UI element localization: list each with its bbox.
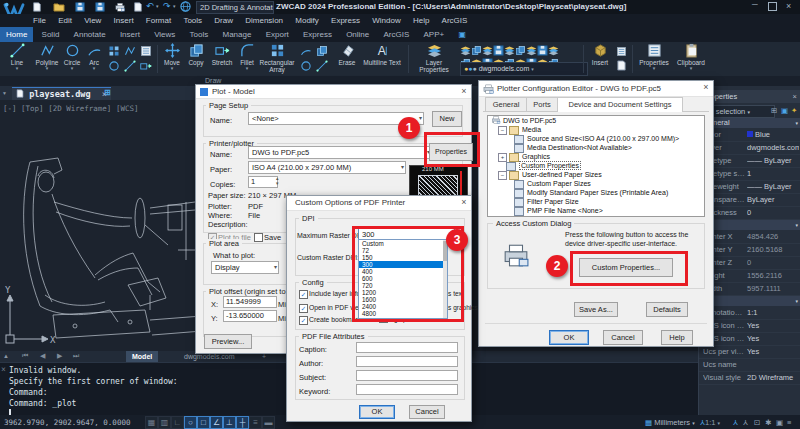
cycle-toggle-icon[interactable]: ▬ [262, 416, 275, 429]
offset-tool-icon[interactable] [300, 60, 312, 72]
restore-button[interactable] [768, 2, 777, 11]
tree-item-modify-standard[interactable]: Modify Standard Paper Sizes (Printable A… [488, 188, 704, 197]
prop-row-lineweight[interactable]: Lineweight—— ByLayer [699, 181, 800, 194]
tree-item-filter-paper-size[interactable]: Filter Paper Size [488, 197, 704, 206]
prop-row-ucs-icon-on[interactable]: UCS icon OnYes [699, 320, 800, 333]
tabbar-expand-icon[interactable]: ▲ [3, 353, 9, 359]
menu-view[interactable]: View [79, 14, 106, 27]
hatch-tool-icon[interactable] [140, 45, 152, 57]
mirror-tool-icon[interactable] [316, 45, 328, 57]
create-bookmarks-checkbox[interactable]: ✓ [299, 316, 308, 325]
tab-app-plus[interactable]: APP+ [418, 27, 451, 42]
arc-button[interactable]: Arc▾ [84, 43, 104, 70]
rectangular-array-button[interactable]: Rectangular Array [258, 43, 296, 73]
new-pagesetup-button[interactable]: New [432, 111, 462, 127]
quick-select-icon[interactable]: ⊞ [771, 106, 777, 115]
menu-tools[interactable]: Tools [178, 14, 207, 27]
menu-modify[interactable]: Modify [290, 14, 324, 27]
select-objects-icon[interactable]: ▣ [781, 106, 788, 115]
properties-close-icon[interactable]: × [793, 90, 797, 103]
region-tool-icon[interactable] [140, 60, 152, 72]
otrack-toggle-icon[interactable]: ∠ [210, 416, 223, 429]
insert-block-button[interactable]: Insert [586, 43, 614, 66]
prop-row-ucs-name[interactable]: Ucs name [699, 359, 800, 372]
block-edit-icon[interactable] [616, 46, 627, 57]
offset-y-input[interactable]: -13.650000 [223, 310, 277, 322]
menu-file[interactable]: File [28, 14, 51, 27]
tree-item-root[interactable]: DWG to PDF.pc5 [488, 116, 704, 125]
tab-online[interactable]: Online [340, 27, 375, 42]
rectangle-tool-icon[interactable] [108, 45, 120, 57]
keyword-input[interactable] [356, 384, 458, 395]
copies-input[interactable]: 1 [248, 176, 278, 188]
tab-device-settings[interactable]: Device and Document Settings [557, 97, 683, 112]
spline-tool-icon[interactable] [124, 45, 136, 57]
tab-insert[interactable]: Insert [114, 27, 146, 42]
tab-export[interactable]: Export [260, 27, 295, 42]
menu-dimension[interactable]: Dimension [240, 14, 288, 27]
caption-input[interactable] [356, 342, 458, 353]
defaults-button[interactable]: Defaults [646, 302, 688, 317]
properties-panel-button[interactable]: Properties▾ [636, 43, 672, 70]
trim-tool-icon[interactable] [316, 60, 328, 72]
dyn-toggle-icon[interactable]: ┼ [236, 416, 249, 429]
tree-item-media-destination[interactable]: Media Destination<Not Available> [488, 143, 704, 152]
preview-button[interactable]: Preview... [204, 334, 252, 349]
tree-item-graphics[interactable]: +Graphics [488, 152, 704, 161]
units-selector[interactable]: ▦ Millimeters ▾ [645, 418, 695, 427]
tab-solid[interactable]: Solid [36, 27, 66, 42]
ortho-toggle-icon[interactable]: ∟ [171, 416, 184, 429]
plot-dialog-close-icon[interactable]: × [457, 85, 471, 98]
ducs-toggle-icon[interactable]: ⊥ [223, 416, 236, 429]
rotate-tool-icon[interactable] [300, 45, 312, 57]
menu-arcgis[interactable]: ArcGIS [437, 14, 473, 27]
polyline-button[interactable]: Polyline▾ [32, 43, 62, 70]
open-file-icon[interactable] [53, 2, 65, 12]
save-icon[interactable] [75, 2, 85, 12]
circle-button[interactable]: Circle▾ [60, 43, 84, 70]
redo-dropdown-icon[interactable]: ▾ [173, 3, 176, 9]
custom-options-cancel-button[interactable]: Cancel [409, 405, 445, 419]
menu-draw[interactable]: Draw [209, 14, 238, 27]
tree-item-custom-properties[interactable]: Custom Properties [488, 161, 704, 170]
author-input[interactable] [356, 356, 458, 367]
annotation-scale-selector[interactable]: Y1:1 ▾ [700, 418, 720, 427]
plotter-cancel-button[interactable]: Cancel [603, 330, 643, 345]
new-file-icon[interactable] [32, 2, 42, 12]
line-button[interactable]: Line▾ [4, 43, 30, 70]
clipboard-button[interactable]: Clipboard▾ [674, 43, 708, 70]
prop-row-linetype-scale[interactable]: Linetype scale1 [699, 168, 800, 181]
new-tab-icon[interactable]: ⊞ [104, 88, 111, 97]
printer-name-combo[interactable]: DWG to PDF.pc5▾ [248, 146, 432, 159]
last-tab-icon[interactable]: ⏭ [73, 352, 79, 360]
plotter-dialog-close-icon[interactable]: × [699, 81, 713, 94]
menu-window[interactable]: Window [367, 14, 405, 27]
grid-toggle-icon[interactable]: ▥ [158, 416, 171, 429]
tab-home[interactable]: Home [0, 27, 33, 42]
undo-dropdown-icon[interactable]: ▾ [156, 3, 159, 9]
prop-row-ucs-icon-origin[interactable]: UCS icon at originYes [699, 333, 800, 346]
toggle-pickadd-icon[interactable]: ✦ [791, 106, 797, 115]
tree-item-source-size[interactable]: Source and Size<ISO A4 (210.00 x 297.00 … [488, 134, 704, 143]
offset-x-input[interactable]: 11.549999 [223, 296, 277, 308]
prop-row-visual-style[interactable]: Visual style2D Wireframe [699, 372, 800, 385]
save-as-icon[interactable] [95, 2, 105, 12]
custom-options-ok-button[interactable]: OK [359, 405, 395, 419]
move-button[interactable]: Move▾ [160, 43, 184, 70]
auto-annotate-icon[interactable]: Y [743, 418, 748, 427]
snap-toggle-icon[interactable]: ▦ [145, 416, 158, 429]
fillet-button[interactable]: Fillet▾ [236, 43, 258, 70]
prop-row-color[interactable]: ColorBlue [699, 129, 800, 142]
stretch-button[interactable]: Stretch [208, 43, 236, 66]
model-tab[interactable]: Model [126, 351, 158, 362]
tab-ports[interactable]: Ports [526, 97, 558, 111]
menu-edit[interactable]: Edit [53, 14, 77, 27]
section-general[interactable]: General▾ [699, 118, 800, 128]
custom-options-close-icon[interactable]: × [457, 196, 471, 209]
status-menu-icon[interactable]: ≡ [787, 418, 791, 427]
online-globe-icon[interactable] [180, 1, 191, 12]
prop-row-ucs-per-viewport[interactable]: Ucs per viewportYes [699, 346, 800, 359]
tab-general[interactable]: General [485, 97, 527, 111]
save-as-button[interactable]: Save As... [574, 302, 618, 317]
paper-combo[interactable]: ISO A4 (210.00 x 297.00 MM)▾ [248, 161, 406, 174]
